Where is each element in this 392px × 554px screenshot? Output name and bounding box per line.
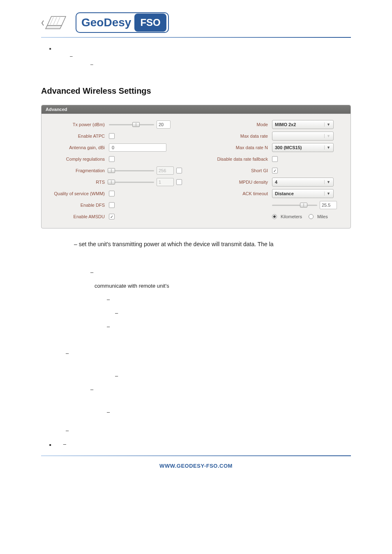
svg-marker-1 bbox=[46, 25, 62, 29]
mode-select[interactable]: MIMO 2x2 ▼ bbox=[272, 120, 334, 129]
enable-atpc-checkbox[interactable] bbox=[109, 133, 115, 139]
rts-label: RTS bbox=[47, 180, 109, 185]
unit-km-label: Kilometers bbox=[281, 214, 302, 219]
max-rate-n-label: Max data rate N bbox=[202, 145, 272, 150]
unit-mi-label: Miles bbox=[317, 214, 328, 219]
disable-fallback-label: Disable data rate fallback bbox=[202, 157, 272, 162]
sub-line: communicate with remote unit's bbox=[95, 283, 351, 289]
antenna-gain-label: Antenna gain, dBi bbox=[47, 145, 109, 150]
rts-checkbox[interactable] bbox=[176, 179, 182, 185]
unit-mi-radio[interactable] bbox=[309, 214, 314, 219]
tx-power-value[interactable]: 20 bbox=[157, 120, 171, 129]
unit-km-radio[interactable] bbox=[272, 214, 277, 219]
panel-right-column: Mode MIMO 2x2 ▼ Max data rate ▼ bbox=[202, 118, 345, 223]
brand-pill: GeoDesy FSO bbox=[76, 12, 169, 33]
qos-label: Quality of service (WMM) bbox=[47, 191, 109, 196]
mode-label: Mode bbox=[202, 122, 272, 127]
mpdu-select[interactable]: 4 ▼ bbox=[272, 178, 334, 187]
enable-atpc-label: Enable ATPC bbox=[47, 134, 109, 138]
mode-value: MIMO 2x2 bbox=[275, 122, 296, 127]
panel-left-column: Tx power (dBm) 20 Enable ATPC bbox=[47, 118, 190, 223]
short-gi-checkbox[interactable]: ✓ bbox=[272, 168, 278, 173]
section-title: Advanced Wireless Settings bbox=[41, 86, 351, 96]
dropdown-arrow-icon: ▼ bbox=[324, 134, 331, 138]
mpdu-value: 4 bbox=[275, 180, 277, 185]
comply-checkbox[interactable] bbox=[109, 156, 115, 162]
dropdown-arrow-icon: ▼ bbox=[324, 145, 331, 150]
body-text-line: – set the unit's transmitting power at w… bbox=[74, 240, 351, 249]
amsdu-label: Enable AMSDU bbox=[47, 214, 109, 219]
rts-slider[interactable] bbox=[109, 179, 154, 185]
header-divider bbox=[41, 37, 351, 38]
fragmentation-label: Fragmentation bbox=[47, 168, 109, 173]
amsdu-checkbox[interactable]: ✓ bbox=[109, 214, 115, 219]
antenna-gain-input[interactable]: 0 bbox=[109, 143, 166, 152]
fragmentation-checkbox[interactable] bbox=[176, 168, 182, 173]
dfs-checkbox[interactable] bbox=[109, 202, 115, 208]
logo-header: GeoDesy FSO bbox=[41, 12, 351, 33]
max-rate-n-select[interactable]: 300 (MCS15) ▼ bbox=[272, 143, 334, 152]
footer-url: WWW.GEODESY-FSO.COM bbox=[159, 463, 233, 469]
dfs-label: Enable DFS bbox=[47, 203, 109, 208]
bullets-placeholder: ■ – – bbox=[49, 45, 351, 70]
ack-distance-value[interactable]: 25.5 bbox=[320, 201, 337, 209]
ack-select-value: Distance bbox=[275, 191, 294, 196]
qos-checkbox[interactable] bbox=[109, 191, 115, 196]
tx-power-slider[interactable] bbox=[109, 122, 154, 127]
ack-distance-slider[interactable] bbox=[272, 202, 317, 208]
dropdown-arrow-icon: ▼ bbox=[324, 122, 331, 127]
brand-text: GeoDesy bbox=[76, 16, 134, 29]
rts-value[interactable]: 1 bbox=[157, 178, 174, 186]
max-rate-n-value: 300 (MCS15) bbox=[275, 145, 302, 150]
tx-power-label: Tx power (dBm) bbox=[47, 122, 109, 127]
brand-tag: FSO bbox=[134, 14, 166, 32]
max-rate-label: Max data rate bbox=[202, 134, 272, 138]
footer: WWW.GEODESY-FSO.COM bbox=[41, 462, 351, 469]
max-rate-select[interactable]: ▼ bbox=[272, 132, 334, 141]
fragmentation-slider[interactable] bbox=[109, 168, 154, 173]
ack-label: ACK timeout bbox=[202, 191, 272, 196]
advanced-panel: Advanced Tx power (dBm) 20 Enable ATPC bbox=[41, 105, 351, 229]
short-gi-label: Short GI bbox=[202, 168, 272, 173]
dash-list: – communicate with remote unit's – – – –… bbox=[90, 269, 351, 447]
panel-title: Advanced bbox=[42, 105, 350, 114]
dropdown-arrow-icon: ▼ bbox=[324, 192, 331, 196]
dropdown-arrow-icon: ▼ bbox=[324, 180, 331, 184]
mpdu-label: MPDU density bbox=[202, 180, 272, 185]
ack-select[interactable]: Distance ▼ bbox=[272, 189, 334, 198]
comply-label: Comply regulations bbox=[47, 157, 109, 162]
disable-fallback-checkbox[interactable] bbox=[272, 156, 278, 162]
device-icon bbox=[41, 12, 70, 33]
fragmentation-value[interactable]: 256 bbox=[157, 166, 174, 175]
footer-divider bbox=[41, 455, 351, 456]
